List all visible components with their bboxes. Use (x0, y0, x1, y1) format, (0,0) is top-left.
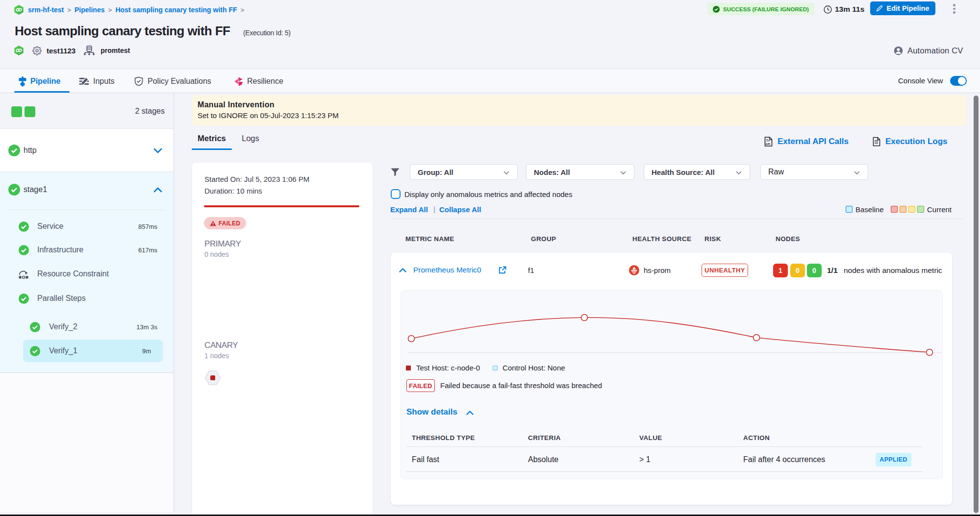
svg-text:API: API (766, 143, 771, 146)
